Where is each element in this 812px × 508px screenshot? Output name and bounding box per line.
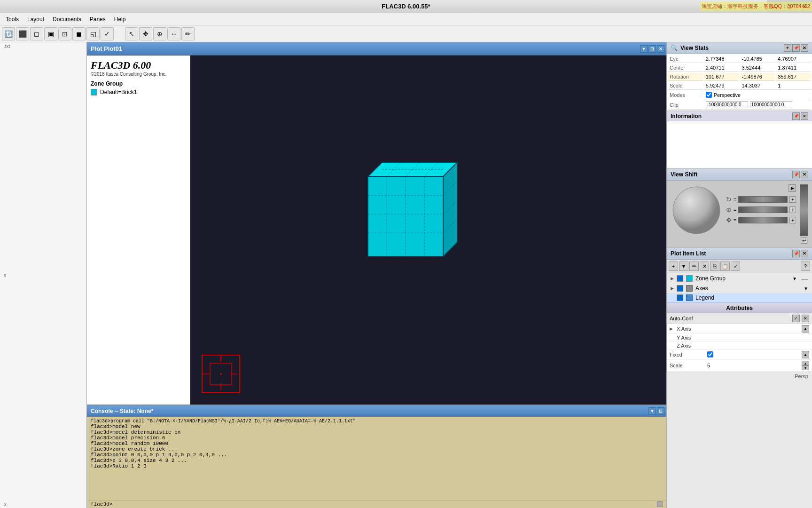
shift-reset-btn[interactable]: ▶: [789, 184, 796, 192]
pil-delete-btn[interactable]: ✕: [700, 262, 709, 271]
y-axis-text: Y Axis: [677, 335, 691, 341]
stats-row-center: Center 2.40711 3.52444 1.87411: [668, 64, 811, 72]
plot-close-btn[interactable]: ✕: [657, 45, 664, 53]
pil-copy-btn[interactable]: ⎘: [710, 262, 719, 271]
console-line-1: flac3d>model new: [91, 424, 663, 429]
pil-check-btn[interactable]: ✓: [731, 262, 740, 271]
pil-paste-btn[interactable]: 📋: [720, 262, 730, 271]
menu-help[interactable]: Help: [110, 15, 130, 24]
sidebar-item-s2[interactable]: s: [0, 500, 86, 508]
console-line-8: flac3d>Ratio 1 2 3: [91, 463, 663, 469]
x-axis-arrow[interactable]: ▶: [670, 326, 673, 331]
info-pin-btn[interactable]: 📌: [792, 112, 800, 120]
pan-slider[interactable]: [738, 217, 788, 223]
console-scrollbar[interactable]: [657, 501, 663, 507]
axis-indicator: Z: [200, 353, 242, 395]
plot-window-btn[interactable]: ⊡: [648, 45, 656, 53]
toolbar-btn-4[interactable]: ▣: [44, 27, 57, 40]
view-shift-header: View Shift 📌 ✕: [667, 169, 812, 181]
toolbar-btn-5[interactable]: ⊡: [58, 27, 71, 40]
eye-z: 4.76907: [776, 55, 811, 63]
toolbar-btn-rotate[interactable]: ✥: [139, 27, 152, 40]
console-maximize-btn[interactable]: ⊡: [657, 407, 664, 415]
axes-arrow: ▶: [671, 286, 674, 291]
attr-row-z-axis: ▶ Z Axis: [667, 342, 812, 350]
console-input-field[interactable]: [114, 501, 657, 507]
toolbar-btn-3[interactable]: ◻: [30, 27, 43, 40]
view-shift-close-btn[interactable]: ✕: [801, 171, 808, 178]
pil-close-btn[interactable]: ✕: [801, 250, 808, 257]
center-x: 2.40711: [704, 64, 739, 72]
toolbar-btn-draw[interactable]: ✏: [181, 27, 195, 40]
information-label: Information: [671, 113, 702, 119]
toolbar-btn-6[interactable]: ◼: [72, 27, 86, 40]
pan-plus-btn[interactable]: +: [789, 217, 796, 223]
view-stats-pin-btn[interactable]: 📌: [792, 44, 800, 52]
perspective-checkbox[interactable]: [706, 92, 712, 98]
console-header: Console -- State: None* ▼ ⊡: [87, 405, 666, 417]
toolbar-btn-1[interactable]: 🔃: [2, 27, 15, 40]
console-dropdown-btn[interactable]: ▼: [648, 407, 656, 415]
scale-down-btn[interactable]: ▼: [802, 365, 809, 370]
clip-label: Clip: [668, 100, 703, 110]
view-stats-header: 🔍 View Stats + 📌 ✕: [667, 42, 812, 54]
pil-add-btn[interactable]: +: [669, 262, 678, 271]
zone-group-arrow: ▶: [671, 276, 674, 281]
pil-pin-btn[interactable]: 📌: [792, 250, 800, 257]
vertical-bottom-btn[interactable]: ↩: [801, 237, 807, 244]
plot-item-zone-group[interactable]: ▶ Zone Group ▼ —: [667, 273, 812, 284]
plot-item-list-section: Plot Item List 📌 ✕ + ▼ ✏ ✕ ⎘ 📋 ✓ ? ▶: [667, 248, 812, 303]
toolbar-btn-7[interactable]: ◱: [86, 27, 100, 40]
plot-item-controls: 📌 ✕: [792, 250, 808, 257]
plot-dropdown-btn[interactable]: ▼: [640, 45, 648, 53]
legend-label-brick1: Default=Brick1: [100, 89, 137, 95]
zoom-plus-btn[interactable]: +: [789, 206, 796, 213]
zoom-slider[interactable]: [738, 206, 788, 213]
rotation-plus-btn[interactable]: +: [789, 196, 796, 203]
clip-max-input[interactable]: [750, 101, 792, 108]
toolbar-btn-zoom[interactable]: ↔: [167, 27, 180, 40]
legend-panel: FLAC3D 6.00 ©2018 Itasca Consulting Grou…: [87, 56, 190, 405]
clip-min-input[interactable]: [706, 101, 748, 108]
toolbar-btn-8[interactable]: ✓: [101, 27, 114, 40]
menu-layout[interactable]: Layout: [23, 15, 48, 24]
pil-help-btn[interactable]: ?: [801, 262, 810, 271]
plot-item-axes[interactable]: ▶ Axes ▼: [667, 284, 812, 293]
scale-attr-label: Scale: [670, 363, 707, 368]
title-bar: FLAC3D 6.00.55* — □ ✕: [0, 0, 812, 13]
view-sphere-svg: [671, 184, 722, 236]
menu-panes[interactable]: Panes: [86, 15, 109, 24]
pil-dropdown-btn[interactable]: ▼: [679, 262, 688, 271]
sidebar-item-s[interactable]: s: [0, 271, 86, 279]
vertical-controls: ↩: [800, 184, 808, 244]
x-axis-scroll-btn[interactable]: ▲: [802, 325, 809, 333]
toolbar-btn-cursor[interactable]: ↖: [125, 27, 138, 40]
view-shift-title: View Shift: [671, 171, 697, 178]
view-shift-pin-btn[interactable]: 📌: [792, 171, 800, 178]
fixed-scroll-btn[interactable]: ▲: [802, 351, 809, 358]
attr-close-btn[interactable]: ✕: [802, 315, 809, 322]
attr-check-btn[interactable]: ✓: [792, 315, 800, 322]
menu-tools[interactable]: Tools: [2, 15, 23, 24]
plot-header: Plot Plot01 ▼ ⊡ ✕: [87, 42, 666, 56]
ad-text: 淘宝店铺：瀚宇科技服务，客服QQ：30784452: [700, 2, 812, 11]
plot-item-legend[interactable]: ▶ Legend: [667, 293, 812, 302]
pil-edit-btn[interactable]: ✏: [689, 262, 699, 271]
information-header: Information 📌 ✕: [667, 111, 812, 121]
menu-documents[interactable]: Documents: [49, 15, 85, 24]
vertical-slider[interactable]: [800, 184, 808, 236]
axis-svg: Z: [200, 353, 242, 395]
scale-label: Scale: [668, 82, 703, 90]
scale-up-btn[interactable]: ▲: [802, 361, 809, 365]
toolbar-btn-2[interactable]: ⬛: [16, 27, 29, 40]
fixed-checkbox[interactable]: [707, 351, 713, 357]
view-stats-close-btn[interactable]: ✕: [801, 44, 808, 52]
view-stats-add-btn[interactable]: +: [784, 44, 791, 52]
plot-canvas[interactable]: FLAC3D 6.00 ©2018 Itasca Consulting Grou…: [87, 56, 666, 405]
toolbar-btn-pan[interactable]: ⊕: [153, 27, 166, 40]
sidebar-item-txt[interactable]: .txt: [0, 42, 86, 50]
stats-row-eye: Eye 2.77348 -10.4785 4.76907: [668, 55, 811, 63]
info-close-btn[interactable]: ✕: [801, 112, 808, 120]
rotation-slider[interactable]: [738, 196, 788, 203]
sphere-container[interactable]: [671, 184, 722, 236]
